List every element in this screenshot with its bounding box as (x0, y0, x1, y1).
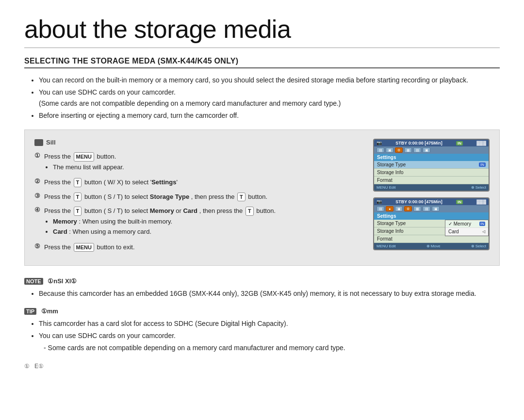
step-1: ① Press the MENU button. The menu list w… (34, 152, 363, 173)
step-4: ④ Press the T button ( S / T) to select … (34, 206, 363, 238)
lcd2-icon-6: ▤ (423, 206, 430, 211)
tip-section-title: TIP ①mm (24, 307, 500, 315)
tip-section: TIP ①mm This camcorder has a card slot f… (24, 307, 500, 353)
intro-bullet-1: You can record on the built-in memory or… (39, 75, 500, 85)
lcd2-cam-icon: 📷 (377, 199, 382, 204)
lcd-screen-1: 📷 STBY 0:00:00 [475Min] IN ▓▓▓ ▤ ▣ ⚙ ▦ ▤… (373, 139, 490, 192)
step-5: ⑤ Press the MENU button to exit. (34, 242, 363, 252)
lcd1-icon-1: ▤ (377, 147, 384, 153)
page-title: about the storage media (24, 15, 500, 48)
lcd1-bottom-left: MENU Edit (377, 185, 396, 190)
step-1-sub: The menu list will appear. (53, 162, 363, 172)
lcd2-status: STBY 0:00:00 [475Min] (395, 199, 442, 204)
lcd2-item-2-label: Storage Info (377, 228, 403, 234)
lcd2-bottom-left: MENU Edit (377, 244, 396, 248)
step-1-content: Press the MENU button. The menu list wil… (44, 152, 363, 173)
step-4-sub2: Card : When using a memory card. (53, 227, 363, 237)
step-2: ② Press the T button ( W/ X) to select '… (34, 178, 363, 187)
lcd1-status: STBY 0:00:00 [475Min] (395, 141, 442, 145)
lcd2-icon-2: ● (386, 206, 393, 211)
lcd2-top-icons: ▤ ● ▣ ⚙ ▦ ▤ ▣ (374, 205, 489, 212)
lcd1-menu-item-3: Format (374, 177, 489, 184)
step-3-num: ③ (34, 192, 41, 199)
step-4-content: Press the T button ( S / T) to select Me… (44, 206, 363, 238)
lcd2-icon-3: ▣ (395, 206, 403, 211)
steps-column: Sill ① Press the MENU button. The menu l… (34, 139, 363, 257)
lcd1-icon-5: ▤ (413, 147, 421, 153)
step-5-num: ⑤ (34, 242, 41, 250)
lcd1-battery: ▓▓▓ (476, 141, 486, 145)
step-1-num: ① (34, 152, 41, 159)
lcd-screen-2: 📷 STBY 0:00:00 [475Min] IN ▓▓▓ ▤ ● ▣ ⚙ ▦… (373, 197, 490, 250)
lcd2-item-1-label: Storage Type (377, 221, 406, 226)
box-title-icon (34, 139, 43, 146)
lcd1-icon-4: ▦ (404, 147, 412, 153)
step-3-btn2: T (237, 193, 246, 202)
tip-bullet-2: You can use SDHC cards on your camcorder… (39, 331, 500, 341)
section-title: SELECTING THE STORAGE MEDA (SMX-K44/K45 … (24, 57, 500, 68)
lcd2-icon-4: ⚙ (404, 206, 412, 211)
lcd2-battery: ▓▓▓ (476, 199, 486, 204)
lcd1-menu-header: Settings (374, 154, 489, 161)
intro-bullet-2: You can use SDHC cards on your camcorder… (39, 87, 500, 97)
tip-bullets: This camcorder has a card slot for acces… (24, 319, 500, 353)
lcd1-item-1-label: Storage Type (377, 162, 406, 167)
lcd2-bottom-middle: ⊕ Move (426, 244, 441, 248)
lcd1-icon-2: ▣ (386, 147, 393, 153)
lcd1-icon-3: ⚙ (395, 147, 403, 153)
lcd1-top-icons: ▤ ▣ ⚙ ▦ ▤ ▣ (374, 146, 489, 154)
page-footer: ① E① (24, 363, 500, 370)
step-4-num: ④ (34, 206, 41, 213)
step-2-content: Press the T button ( W/ X) to select 'Se… (44, 178, 363, 187)
lcd1-icon-6: ▣ (423, 147, 430, 153)
tip-bullet-3: Some cards are not compatible depending … (44, 343, 500, 353)
footer-icon: ① (24, 363, 30, 370)
intro-bullets: You can record on the built-in memory or… (24, 75, 500, 121)
lcd1-bottom-bar: MENU Edit ⊕ Select (374, 184, 489, 191)
lcd2-menu-item-3: Format (374, 235, 489, 243)
step-5-content: Press the MENU button to exit. (44, 242, 363, 252)
lcd1-menu-item-1: Storage Type IN (374, 161, 489, 169)
lcd1-menu-item-2: Storage Info (374, 169, 489, 177)
footer-page: E① (34, 363, 44, 370)
lcd1-item-2-label: Storage Info (377, 170, 403, 175)
screens-column: 📷 STBY 0:00:00 [475Min] IN ▓▓▓ ▤ ▣ ⚙ ▦ ▤… (373, 139, 490, 257)
lcd2-bottom-right: ⊕ Select (471, 244, 486, 248)
lcd2-bottom-bar: MENU Edit ⊕ Move ⊕ Select (374, 243, 489, 249)
lcd1-memory-indicator: IN (456, 141, 463, 145)
lcd2-memory-indicator: IN (456, 200, 463, 204)
lcd2-dropdown-card-label: Card (448, 229, 459, 234)
lcd2-dropdown-memory-check: ✓ Memory (448, 221, 471, 226)
step-3-content: Press the T button ( S / T) to select St… (44, 192, 363, 202)
lcd2-dropdown-card: Card ◁ (445, 228, 488, 236)
step-4-btn2: T (246, 207, 254, 216)
step-3: ③ Press the T button ( S / T) to select … (34, 192, 363, 202)
main-content-box: Sill ① Press the MENU button. The menu l… (24, 129, 500, 266)
lcd2-dropdown: ✓ Memory IN Card ◁ (445, 220, 489, 236)
lcd2-top-bar: 📷 STBY 0:00:00 [475Min] IN ▓▓▓ (374, 198, 489, 205)
box-title: Sill (34, 139, 363, 146)
lcd2-icon-1: ▤ (377, 206, 384, 211)
lcd2-dropdown-memory: ✓ Memory IN (445, 220, 488, 228)
step-4-sub1: Memory : When using the built-in memory. (53, 217, 363, 226)
lcd2-dropdown-memory-indicator: IN (479, 222, 485, 226)
lcd2-item-3-label: Format (377, 236, 393, 242)
tip-bullet-1: This camcorder has a card slot for acces… (39, 319, 500, 329)
lcd1-item-1-value: IN (479, 162, 486, 167)
step-1-btn: MENU (74, 152, 94, 162)
lcd2-icon-5: ▦ (413, 206, 421, 211)
note-bullet-1: Because this camcorder has an embedded 1… (39, 289, 500, 299)
lcd1-top-bar: 📷 STBY 0:00:00 [475Min] IN ▓▓▓ (374, 140, 489, 146)
step-4-btn: T (74, 207, 82, 216)
step-2-btn: T (74, 178, 82, 187)
lcd1-cam-icon: 📷 (377, 141, 382, 145)
lcd2-menu-header: Settings (374, 212, 489, 220)
step-2-num: ② (34, 178, 41, 185)
lcd2-menu-item-1: Storage Type ✓ Memory IN Card ◁ (374, 220, 489, 227)
note-section: NOTE ①nSl Xl① Because this camcorder has… (24, 277, 500, 299)
step-3-btn: T (74, 193, 82, 202)
intro-bullet-2-note: (Some cards are not compatible depending… (39, 98, 500, 109)
lcd2-icon-7: ▣ (432, 206, 440, 211)
step-5-btn: MENU (74, 243, 94, 252)
note-section-title: NOTE ①nSl Xl① (24, 277, 500, 285)
